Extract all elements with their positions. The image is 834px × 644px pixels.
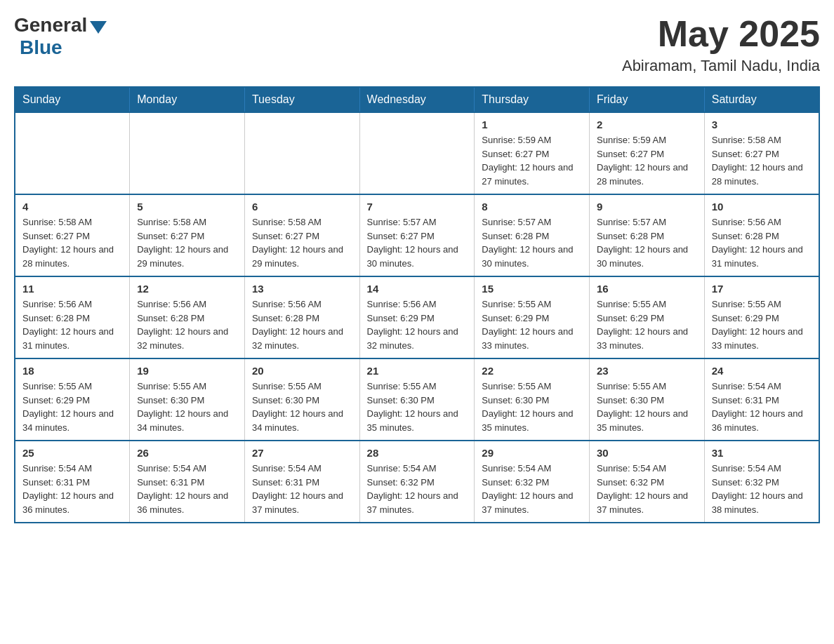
- header-row: SundayMondayTuesdayWednesdayThursdayFrid…: [15, 87, 819, 112]
- calendar-cell: [15, 112, 130, 194]
- column-header-tuesday: Tuesday: [244, 87, 359, 112]
- day-info: Sunrise: 5:57 AM Sunset: 6:27 PM Dayligh…: [367, 215, 468, 270]
- day-number: 15: [482, 283, 582, 295]
- calendar-cell: 24Sunrise: 5:54 AM Sunset: 6:31 PM Dayli…: [704, 358, 819, 441]
- calendar-cell: 31Sunrise: 5:54 AM Sunset: 6:32 PM Dayli…: [704, 441, 819, 523]
- calendar-cell: 15Sunrise: 5:55 AM Sunset: 6:29 PM Dayli…: [475, 276, 590, 358]
- calendar-header: SundayMondayTuesdayWednesdayThursdayFrid…: [15, 87, 819, 112]
- calendar-cell: 23Sunrise: 5:55 AM Sunset: 6:30 PM Dayli…: [590, 358, 705, 441]
- column-header-thursday: Thursday: [475, 87, 590, 112]
- day-number: 22: [482, 365, 582, 377]
- day-info: Sunrise: 5:55 AM Sunset: 6:30 PM Dayligh…: [482, 380, 582, 434]
- day-info: Sunrise: 5:58 AM Sunset: 6:27 PM Dayligh…: [252, 215, 352, 270]
- day-number: 26: [137, 447, 237, 459]
- day-number: 9: [597, 201, 697, 213]
- day-number: 20: [252, 365, 352, 377]
- calendar-cell: 5Sunrise: 5:58 AM Sunset: 6:27 PM Daylig…: [130, 194, 245, 276]
- day-info: Sunrise: 5:56 AM Sunset: 6:29 PM Dayligh…: [367, 297, 468, 352]
- calendar-cell: 12Sunrise: 5:56 AM Sunset: 6:28 PM Dayli…: [130, 276, 245, 358]
- column-header-sunday: Sunday: [15, 87, 130, 112]
- column-header-monday: Monday: [130, 87, 245, 112]
- day-number: 2: [597, 119, 697, 130]
- day-info: Sunrise: 5:56 AM Sunset: 6:28 PM Dayligh…: [252, 297, 352, 352]
- day-number: 29: [482, 447, 582, 459]
- calendar-cell: 30Sunrise: 5:54 AM Sunset: 6:32 PM Dayli…: [590, 441, 705, 523]
- calendar-cell: 7Sunrise: 5:57 AM Sunset: 6:27 PM Daylig…: [359, 194, 475, 276]
- calendar-cell: 11Sunrise: 5:56 AM Sunset: 6:28 PM Dayli…: [15, 276, 130, 358]
- calendar-row: 4Sunrise: 5:58 AM Sunset: 6:27 PM Daylig…: [15, 194, 819, 276]
- day-info: Sunrise: 5:59 AM Sunset: 6:27 PM Dayligh…: [482, 133, 582, 188]
- day-number: 30: [597, 447, 697, 459]
- day-number: 23: [597, 365, 697, 377]
- day-info: Sunrise: 5:55 AM Sunset: 6:30 PM Dayligh…: [367, 380, 468, 434]
- day-info: Sunrise: 5:58 AM Sunset: 6:27 PM Dayligh…: [712, 133, 812, 188]
- logo-arrow-icon: [90, 21, 107, 34]
- calendar-cell: 4Sunrise: 5:58 AM Sunset: 6:27 PM Daylig…: [15, 194, 130, 276]
- calendar-cell: 27Sunrise: 5:54 AM Sunset: 6:31 PM Dayli…: [244, 441, 359, 523]
- day-info: Sunrise: 5:57 AM Sunset: 6:28 PM Dayligh…: [597, 215, 697, 270]
- calendar-cell: 8Sunrise: 5:57 AM Sunset: 6:28 PM Daylig…: [475, 194, 590, 276]
- day-number: 28: [367, 447, 468, 459]
- column-header-wednesday: Wednesday: [359, 87, 475, 112]
- day-info: Sunrise: 5:55 AM Sunset: 6:30 PM Dayligh…: [137, 380, 237, 434]
- day-info: Sunrise: 5:55 AM Sunset: 6:29 PM Dayligh…: [597, 297, 697, 352]
- day-info: Sunrise: 5:55 AM Sunset: 6:29 PM Dayligh…: [712, 297, 812, 352]
- calendar-cell: 21Sunrise: 5:55 AM Sunset: 6:30 PM Dayli…: [359, 358, 475, 441]
- calendar-cell: 20Sunrise: 5:55 AM Sunset: 6:30 PM Dayli…: [244, 358, 359, 441]
- calendar-cell: 25Sunrise: 5:54 AM Sunset: 6:31 PM Dayli…: [15, 441, 130, 523]
- calendar-cell: 10Sunrise: 5:56 AM Sunset: 6:28 PM Dayli…: [704, 194, 819, 276]
- day-number: 13: [252, 283, 352, 295]
- day-info: Sunrise: 5:54 AM Sunset: 6:31 PM Dayligh…: [137, 462, 237, 516]
- day-number: 24: [712, 365, 812, 377]
- day-info: Sunrise: 5:55 AM Sunset: 6:30 PM Dayligh…: [252, 380, 352, 434]
- logo-general-text: General: [14, 14, 87, 36]
- day-number: 8: [482, 201, 582, 213]
- calendar-row: 11Sunrise: 5:56 AM Sunset: 6:28 PM Dayli…: [15, 276, 819, 358]
- column-header-saturday: Saturday: [704, 87, 819, 112]
- calendar-row: 18Sunrise: 5:55 AM Sunset: 6:29 PM Dayli…: [15, 358, 819, 441]
- day-number: 14: [367, 283, 468, 295]
- day-info: Sunrise: 5:54 AM Sunset: 6:32 PM Dayligh…: [482, 462, 582, 516]
- month-title: May 2025: [622, 14, 820, 54]
- day-info: Sunrise: 5:54 AM Sunset: 6:31 PM Dayligh…: [22, 462, 122, 516]
- day-info: Sunrise: 5:58 AM Sunset: 6:27 PM Dayligh…: [22, 215, 122, 270]
- calendar-row: 25Sunrise: 5:54 AM Sunset: 6:31 PM Dayli…: [15, 441, 819, 523]
- calendar-cell: 26Sunrise: 5:54 AM Sunset: 6:31 PM Dayli…: [130, 441, 245, 523]
- day-info: Sunrise: 5:55 AM Sunset: 6:29 PM Dayligh…: [22, 380, 122, 434]
- calendar-cell: [244, 112, 359, 194]
- calendar-cell: 6Sunrise: 5:58 AM Sunset: 6:27 PM Daylig…: [244, 194, 359, 276]
- calendar-cell: 1Sunrise: 5:59 AM Sunset: 6:27 PM Daylig…: [475, 112, 590, 194]
- calendar-cell: 16Sunrise: 5:55 AM Sunset: 6:29 PM Dayli…: [590, 276, 705, 358]
- day-number: 25: [22, 447, 122, 459]
- calendar-table: SundayMondayTuesdayWednesdayThursdayFrid…: [14, 86, 820, 523]
- title-block: May 2025 Abiramam, Tamil Nadu, India: [622, 14, 820, 75]
- page-header: General Blue May 2025 Abiramam, Tamil Na…: [14, 14, 820, 75]
- calendar-cell: 22Sunrise: 5:55 AM Sunset: 6:30 PM Dayli…: [475, 358, 590, 441]
- day-number: 17: [712, 283, 812, 295]
- logo-blue-text: Blue: [20, 36, 62, 59]
- calendar-cell: 3Sunrise: 5:58 AM Sunset: 6:27 PM Daylig…: [704, 112, 819, 194]
- calendar-cell: 14Sunrise: 5:56 AM Sunset: 6:29 PM Dayli…: [359, 276, 475, 358]
- calendar-row: 1Sunrise: 5:59 AM Sunset: 6:27 PM Daylig…: [15, 112, 819, 194]
- day-number: 16: [597, 283, 697, 295]
- day-number: 27: [252, 447, 352, 459]
- day-number: 12: [137, 283, 237, 295]
- calendar-body: 1Sunrise: 5:59 AM Sunset: 6:27 PM Daylig…: [15, 112, 819, 523]
- day-info: Sunrise: 5:57 AM Sunset: 6:28 PM Dayligh…: [482, 215, 582, 270]
- day-number: 19: [137, 365, 237, 377]
- day-info: Sunrise: 5:56 AM Sunset: 6:28 PM Dayligh…: [712, 215, 812, 270]
- calendar-cell: 29Sunrise: 5:54 AM Sunset: 6:32 PM Dayli…: [475, 441, 590, 523]
- day-info: Sunrise: 5:59 AM Sunset: 6:27 PM Dayligh…: [597, 133, 697, 188]
- column-header-friday: Friday: [590, 87, 705, 112]
- day-number: 4: [22, 201, 122, 213]
- day-info: Sunrise: 5:54 AM Sunset: 6:32 PM Dayligh…: [367, 462, 468, 516]
- logo: General Blue: [14, 14, 107, 59]
- calendar-cell: 17Sunrise: 5:55 AM Sunset: 6:29 PM Dayli…: [704, 276, 819, 358]
- day-info: Sunrise: 5:55 AM Sunset: 6:30 PM Dayligh…: [597, 380, 697, 434]
- day-info: Sunrise: 5:55 AM Sunset: 6:29 PM Dayligh…: [482, 297, 582, 352]
- day-number: 5: [137, 201, 237, 213]
- calendar-cell: 13Sunrise: 5:56 AM Sunset: 6:28 PM Dayli…: [244, 276, 359, 358]
- day-info: Sunrise: 5:58 AM Sunset: 6:27 PM Dayligh…: [137, 215, 237, 270]
- day-info: Sunrise: 5:56 AM Sunset: 6:28 PM Dayligh…: [22, 297, 122, 352]
- day-number: 10: [712, 201, 812, 213]
